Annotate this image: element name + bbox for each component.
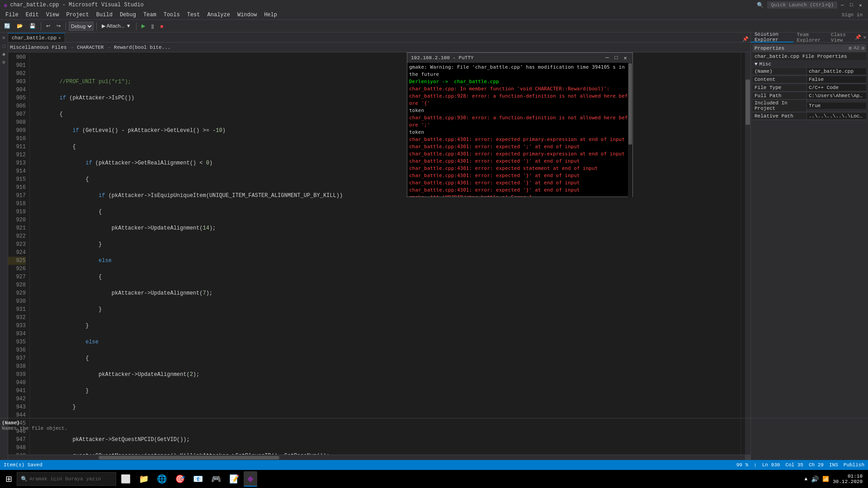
- menu-build[interactable]: Build: [93, 10, 116, 20]
- h-scroll-thumb[interactable]: [99, 456, 279, 460]
- code-content[interactable]: //PROF_UNIT pu1("r1"); if (pkAttacker->I…: [30, 52, 741, 455]
- close-btn[interactable]: ✕: [859, 2, 864, 8]
- tab-solution-explorer[interactable]: Solution Explorer: [751, 33, 793, 42]
- putty-line: char_battle.cpp: In member function 'voi…: [409, 85, 631, 93]
- props-icon[interactable]: ⚙: [861, 45, 864, 51]
- line-numbers: 900 901 902 903 904 905 906 907 908 909 …: [8, 52, 30, 455]
- menu-debug[interactable]: Debug: [116, 10, 140, 20]
- prop-key: Full Path: [753, 93, 807, 99]
- putty-maximize[interactable]: □: [613, 55, 620, 61]
- putty-minimize[interactable]: —: [604, 55, 611, 61]
- explorer-btn[interactable]: 📁: [135, 471, 152, 487]
- minimize-btn[interactable]: —: [841, 2, 846, 8]
- system-tray: ▲ 🔊 📶 01:10 30.12.2020: [804, 474, 866, 484]
- menu-window[interactable]: Window: [234, 10, 260, 20]
- putty-scroll-thumb[interactable]: [628, 63, 632, 145]
- menu-file[interactable]: File: [2, 10, 22, 20]
- task-view-btn[interactable]: ⬜: [117, 471, 134, 487]
- editor-area: char_battle.cpp ✕ 📌 Miscellaneous Files …: [8, 33, 750, 460]
- app2-btn[interactable]: 📧: [189, 471, 207, 487]
- v-scrollbar[interactable]: [745, 52, 750, 455]
- code-line: if (pkAttacker->IsEquipUniqueItem(UNIQUE…: [33, 192, 741, 200]
- menu-project[interactable]: Project: [62, 10, 92, 20]
- attach-btn[interactable]: ▶ Attach... ▼: [99, 21, 133, 31]
- code-line: {: [33, 273, 741, 281]
- code-line: else: [33, 257, 741, 265]
- h-scrollbar[interactable]: [8, 455, 750, 460]
- panel-pin-icon[interactable]: 📌: [855, 34, 861, 40]
- sort-icon[interactable]: ⊞: [849, 45, 852, 51]
- menu-help[interactable]: Help: [260, 10, 281, 20]
- network-icon[interactable]: 📶: [822, 476, 829, 483]
- sidebar-icon-1[interactable]: ≡: [0, 34, 8, 42]
- prop-row-filetype: File Type C/C++ Code: [753, 84, 866, 92]
- code-line: pkAttacker->UpdateAlignment(14);: [33, 224, 741, 232]
- sidebar-icon-3[interactable]: ◉: [0, 51, 8, 58]
- code-editor[interactable]: 900 901 902 903 904 905 906 907 908 909 …: [8, 52, 750, 455]
- v-scroll-thumb[interactable]: [745, 80, 750, 125]
- sign-in-link[interactable]: Sign in: [842, 12, 866, 18]
- play-btn[interactable]: ▶: [139, 21, 147, 31]
- tab-bar: char_battle.cpp ✕ 📌: [8, 33, 750, 42]
- nav-section[interactable]: CHARACTER: [77, 45, 104, 50]
- app3-btn[interactable]: 🎮: [208, 471, 225, 487]
- putty-line: token: [409, 107, 631, 114]
- tab-team-explorer[interactable]: Team Explorer: [793, 33, 827, 42]
- code-line: if (pkAttacker->IsPC()): [33, 94, 741, 102]
- putty-close[interactable]: ✕: [622, 55, 629, 61]
- menu-analyze[interactable]: Analyze: [204, 10, 234, 20]
- menu-test[interactable]: Test: [184, 10, 204, 20]
- misc-section-header[interactable]: ▼ Misc: [753, 61, 866, 67]
- nav-method[interactable]: Reward(bool bite...: [114, 45, 170, 50]
- file-name-label: char_battle.cpp: [755, 54, 799, 59]
- code-line: }: [33, 322, 741, 330]
- menu-view[interactable]: View: [42, 10, 63, 20]
- pause-btn[interactable]: ||: [149, 21, 156, 31]
- sidebar-icon-4[interactable]: ⚙: [0, 59, 8, 66]
- tab-label: char_battle.cpp: [12, 35, 57, 41]
- putty-line: char_battle.cpp:4301: error: expected st…: [409, 165, 631, 172]
- code-line: }: [33, 305, 741, 314]
- prop-name-label: (Name): [751, 420, 866, 426]
- debug-target-select[interactable]: Debug: [69, 22, 94, 31]
- tab-close-btn[interactable]: ✕: [58, 35, 61, 41]
- quick-launch-input[interactable]: Quick Launch (Ctrl+Q): [767, 1, 837, 9]
- app4-btn[interactable]: 📝: [226, 471, 243, 487]
- tab-class-view[interactable]: Class View: [827, 33, 855, 42]
- code-line: pkAttacker->SetQuestNPCID(GetVID());: [33, 436, 741, 444]
- vs-taskbar-btn[interactable]: ◆: [244, 471, 257, 487]
- code-line: if (GetLevel() - pkAttacker->GetLevel() …: [33, 127, 741, 135]
- tab-char-battle[interactable]: char_battle.cpp ✕: [8, 33, 65, 42]
- start-btn[interactable]: ⊞: [2, 471, 16, 487]
- sort-alpha-icon[interactable]: Az: [854, 45, 859, 51]
- toolbar-save[interactable]: 💾: [27, 21, 38, 31]
- panel-close-icon[interactable]: ✕: [863, 34, 866, 40]
- scroll-corner: [745, 455, 750, 460]
- toolbar-redo[interactable]: ↪: [54, 21, 63, 31]
- taskbar-search[interactable]: 🔍 Aramak için buraya yazın: [17, 472, 116, 486]
- putty-line: char_battle.cpp:4301: error: expected pr…: [409, 150, 631, 158]
- app1-btn[interactable]: 🎯: [171, 471, 189, 487]
- nav-breadcrumb[interactable]: Miscellaneous Files: [10, 45, 66, 50]
- toolbar-undo[interactable]: ↩: [44, 21, 52, 31]
- toolbar-new[interactable]: 🔄: [2, 21, 13, 31]
- toolbar-open[interactable]: 📂: [14, 21, 25, 31]
- tab-pin-icon[interactable]: 📌: [742, 36, 749, 42]
- volume-icon[interactable]: 🔊: [811, 475, 819, 483]
- time: 01:10: [833, 474, 863, 479]
- properties-toolbar: ⊞ Az ⚙: [849, 45, 864, 51]
- prop-row-name: (Name) char_battle.cpp: [753, 67, 866, 75]
- clock[interactable]: 01:10 30.12.2020: [833, 474, 863, 484]
- putty-scrollbar[interactable]: [628, 63, 632, 197]
- status-publish[interactable]: Publish: [844, 462, 864, 468]
- browser-btn[interactable]: 🌐: [153, 471, 170, 487]
- putty-title-bar: 192.168.2.100 - PuTTY — □ ✕: [407, 53, 632, 63]
- stop-btn[interactable]: ■: [158, 21, 165, 31]
- menu-edit[interactable]: Edit: [22, 10, 42, 20]
- code-line: {: [33, 110, 741, 118]
- menu-team[interactable]: Team: [140, 10, 160, 20]
- sidebar-icon-2[interactable]: ⬚: [0, 42, 8, 50]
- maximize-btn[interactable]: □: [850, 2, 855, 8]
- status-zoom[interactable]: 99 %: [736, 462, 748, 468]
- menu-tools[interactable]: Tools: [160, 10, 184, 20]
